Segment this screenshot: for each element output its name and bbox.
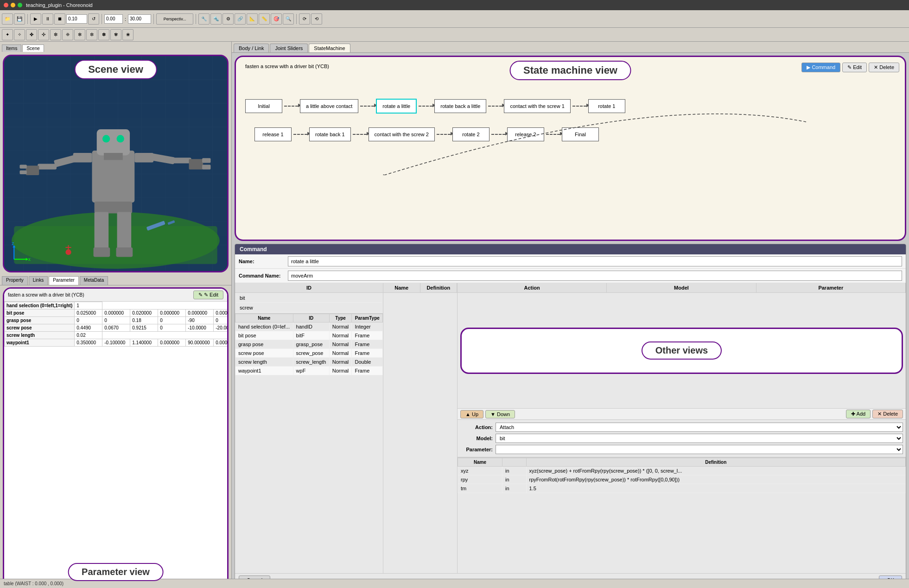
param-cell[interactable]: 0 <box>158 324 186 332</box>
table-row[interactable]: screw length screw_length Normal Double <box>235 358 383 367</box>
sm-node-initial[interactable]: Initial <box>245 99 282 113</box>
tool7[interactable]: 🎯 <box>271 13 282 25</box>
sm-node-rotate-2[interactable]: rotate 2 <box>452 127 489 141</box>
tool8[interactable]: 🔍 <box>283 13 294 25</box>
tb2-8[interactable]: ✼ <box>86 29 97 40</box>
param-cell[interactable]: 0.000000 <box>186 310 214 317</box>
param-cell[interactable]: 0.02 <box>75 332 102 339</box>
list-item[interactable]: screw <box>236 303 382 312</box>
param-cell[interactable]: 0.350000 <box>75 339 102 347</box>
model-select[interactable]: bit screw <box>496 434 903 443</box>
tool6[interactable]: 📏 <box>259 13 270 25</box>
anim1[interactable]: ⟳ <box>299 13 310 25</box>
table-row[interactable]: screw pose screw_pose Normal Frame <box>235 349 383 358</box>
parameter-tab[interactable]: Parameter <box>49 276 79 285</box>
param-cell[interactable]: 0.0670 <box>102 324 130 332</box>
stop-btn[interactable]: ⏹ <box>54 13 65 25</box>
play-btn[interactable]: ▶ <box>30 13 41 25</box>
parameter-select[interactable] <box>496 445 903 454</box>
body-link-tab[interactable]: Body / Link <box>234 44 269 52</box>
metadata-tab[interactable]: MetaData <box>80 276 108 285</box>
tb2-11[interactable]: ❀ <box>122 29 133 40</box>
tb2-10[interactable]: ✾ <box>110 29 121 40</box>
tb2-1[interactable]: ✦ <box>2 29 13 40</box>
command-name-input[interactable] <box>288 271 902 281</box>
tool5[interactable]: 📐 <box>247 13 258 25</box>
param-cell[interactable]: 0 <box>75 317 102 324</box>
time-start[interactable]: 0.00 <box>104 14 123 24</box>
param-cell[interactable]: 0.025000 <box>75 310 102 317</box>
delete-btn[interactable]: ✕ Delete <box>869 63 899 72</box>
tool1[interactable]: 🔧 <box>198 13 210 25</box>
param-cell[interactable]: -10.0000 <box>186 324 214 332</box>
time-input[interactable]: 0.10 <box>66 14 87 24</box>
param-cell[interactable]: 0.000000 <box>102 310 130 317</box>
sm-node-rotate-1[interactable]: rotate 1 <box>588 99 625 113</box>
time-end[interactable]: 30.00 <box>128 14 151 24</box>
sm-node-above[interactable]: a little above contact <box>300 99 358 113</box>
param-cell[interactable]: 0.020000 <box>130 310 158 317</box>
table-row[interactable]: hand selection (0=lef... handID Normal I… <box>235 322 383 331</box>
tb2-2[interactable]: ✧ <box>14 29 25 40</box>
table-row[interactable]: bit pose bitF Normal Frame <box>235 331 383 340</box>
sm-node-rotate-little[interactable]: rotate a little <box>376 99 417 114</box>
param-cell[interactable]: 90.000000 <box>186 339 214 347</box>
param-cell[interactable]: -0.100000 <box>102 339 130 347</box>
action-select[interactable]: Attach Detach Move <box>496 423 903 432</box>
property-tab[interactable]: Property <box>2 276 28 285</box>
param-cell[interactable]: 0 <box>158 317 186 324</box>
param-cell[interactable]: 1 <box>75 302 102 310</box>
param-cell[interactable]: 0.000000 <box>214 339 227 347</box>
list-item[interactable]: bit <box>236 294 382 303</box>
save-btn[interactable]: 💾 <box>14 13 25 25</box>
command-btn[interactable]: ▶ Command <box>801 63 840 72</box>
tool3[interactable]: ⚙ <box>222 13 234 25</box>
param-cell[interactable]: 0.9215 <box>130 324 158 332</box>
sm-node-rotate-back-1[interactable]: rotate back 1 <box>309 127 351 141</box>
tb2-5[interactable]: ❇ <box>50 29 61 40</box>
param-cell[interactable]: 1.140000 <box>130 339 158 347</box>
window-controls[interactable] <box>4 3 22 7</box>
tb2-3[interactable]: ✤ <box>26 29 37 40</box>
edit-btn[interactable]: ✎ Edit <box>842 63 867 72</box>
sm-node-release-2[interactable]: release 2 <box>507 127 544 141</box>
items-tab[interactable]: Items <box>2 44 21 52</box>
param-cell[interactable]: 0 <box>214 317 227 324</box>
down-btn[interactable]: ▼ Down <box>485 410 515 418</box>
links-tab[interactable]: Links <box>29 276 48 285</box>
sm-node-release-1[interactable]: release 1 <box>254 127 292 141</box>
sm-node-contact-1[interactable]: contact with the screw 1 <box>504 99 570 113</box>
tb2-9[interactable]: ✽ <box>98 29 109 40</box>
tb2-7[interactable]: ✻ <box>74 29 85 40</box>
table-row[interactable]: tm in 1.5 <box>458 484 906 493</box>
pause-btn[interactable]: ⏸ <box>42 13 53 25</box>
minimize-btn[interactable] <box>11 3 15 7</box>
maximize-btn[interactable] <box>18 3 22 7</box>
tool4[interactable]: 🔗 <box>235 13 246 25</box>
param-cell[interactable]: 0.000000 <box>158 310 186 317</box>
sm-node-final[interactable]: Final <box>562 127 599 141</box>
open-btn[interactable]: 📁 <box>2 13 13 25</box>
param-cell[interactable]: 0.18 <box>130 317 158 324</box>
param-cell[interactable]: 0.000000 <box>214 310 227 317</box>
refresh-btn[interactable]: ↺ <box>88 13 99 25</box>
anim2[interactable]: ⟲ <box>311 13 322 25</box>
param-cell[interactable]: 0.000000 <box>158 339 186 347</box>
view-btn[interactable]: Perspectiv... <box>156 13 193 25</box>
delete-row-btn[interactable]: ✕ Delete <box>872 410 903 418</box>
up-btn[interactable]: ▲ Up <box>460 410 483 418</box>
add-btn[interactable]: ✚ Add <box>846 410 871 418</box>
joint-sliders-tab[interactable]: Joint Sliders <box>270 44 308 52</box>
tb2-6[interactable]: ❈ <box>62 29 73 40</box>
scene-tab[interactable]: Scene <box>22 44 44 52</box>
param-cell[interactable]: -90 <box>186 317 214 324</box>
close-btn[interactable] <box>4 3 8 7</box>
param-cell[interactable]: -20.0000 <box>214 324 227 332</box>
state-machine-tab[interactable]: StateMachine <box>309 44 350 52</box>
name-input[interactable] <box>288 256 902 266</box>
sm-node-rotate-back[interactable]: rotate back a little <box>434 99 486 113</box>
param-cell[interactable]: 0 <box>102 317 130 324</box>
table-row[interactable]: grasp pose grasp_pose Normal Frame <box>235 340 383 349</box>
sm-node-contact-2[interactable]: contact with the screw 2 <box>369 127 435 141</box>
tb2-4[interactable]: ✣ <box>38 29 49 40</box>
